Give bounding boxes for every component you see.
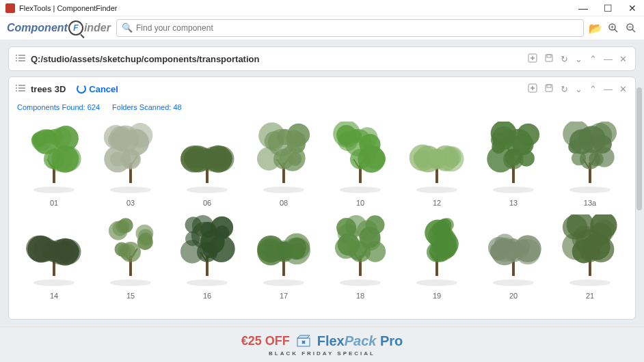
thumbnail-label: 16 bbox=[203, 292, 211, 300]
svg-point-154 bbox=[594, 147, 614, 167]
svg-rect-8 bbox=[18, 55, 25, 56]
components-found: Components Found: 624 bbox=[17, 103, 100, 111]
cancel-button[interactable]: Cancel bbox=[77, 84, 118, 94]
svg-point-93 bbox=[340, 186, 381, 193]
tree-thumbnail-image bbox=[250, 211, 318, 286]
svg-rect-28 bbox=[547, 85, 551, 87]
open-folder-button[interactable]: 📂 bbox=[589, 22, 602, 34]
component-thumbnail[interactable]: 15 bbox=[94, 211, 167, 300]
component-thumbnail[interactable]: 01 bbox=[17, 118, 91, 207]
component-thumbnail[interactable]: 13a bbox=[553, 118, 627, 207]
close-panel-button[interactable]: ✕ bbox=[618, 53, 628, 66]
svg-rect-18 bbox=[16, 85, 17, 86]
component-thumbnail[interactable]: 14 bbox=[17, 211, 91, 300]
thumbnail-label: 15 bbox=[126, 292, 135, 300]
collapse-button[interactable]: — bbox=[602, 53, 614, 66]
spinner-icon bbox=[77, 84, 86, 94]
add-folder-button[interactable] bbox=[526, 52, 539, 66]
close-panel-button[interactable]: ✕ bbox=[618, 83, 628, 96]
save-button[interactable] bbox=[543, 82, 555, 96]
component-thumbnail[interactable]: 19 bbox=[400, 211, 474, 300]
svg-line-1 bbox=[615, 29, 617, 32]
thumbnail-label: 10 bbox=[356, 199, 364, 207]
app-icon bbox=[5, 3, 15, 13]
svg-point-205 bbox=[263, 279, 304, 286]
svg-point-251 bbox=[434, 232, 459, 256]
zoom-in-button[interactable] bbox=[607, 22, 619, 34]
svg-point-77 bbox=[263, 186, 304, 193]
svg-point-269 bbox=[569, 279, 611, 286]
search-input[interactable] bbox=[116, 19, 584, 37]
svg-point-109 bbox=[416, 186, 457, 193]
scan-stats: Components Found: 624 Folders Scanned: 4… bbox=[9, 100, 635, 115]
component-thumbnail[interactable]: 03 bbox=[94, 118, 167, 207]
scrollbar-thumb[interactable] bbox=[636, 87, 642, 210]
vertical-scrollbar[interactable] bbox=[636, 46, 643, 320]
svg-rect-22 bbox=[16, 90, 17, 92]
svg-point-29 bbox=[33, 186, 75, 193]
tree-thumbnail-image bbox=[326, 211, 394, 286]
svg-point-138 bbox=[505, 149, 522, 166]
svg-point-42 bbox=[55, 146, 81, 171]
svg-point-92 bbox=[287, 135, 306, 154]
promo-brand: FlexPack Pro bbox=[317, 333, 403, 349]
main-toolbar: Component F inder 🔍 📂 bbox=[0, 16, 644, 40]
svg-point-107 bbox=[359, 134, 380, 155]
svg-point-204 bbox=[185, 217, 202, 233]
maximize-button[interactable]: ☐ bbox=[602, 3, 614, 14]
tree-thumbnail-image bbox=[20, 211, 88, 286]
svg-rect-12 bbox=[18, 60, 25, 61]
svg-rect-9 bbox=[16, 57, 17, 59]
svg-point-45 bbox=[110, 186, 151, 193]
tree-thumbnail-image bbox=[479, 211, 548, 286]
folder-path: Q:/studio/assets/sketchup/components/tra… bbox=[31, 54, 259, 64]
component-thumbnail[interactable]: 08 bbox=[247, 118, 321, 207]
component-thumbnail[interactable]: 17 bbox=[247, 211, 321, 300]
component-thumbnail[interactable]: 06 bbox=[170, 118, 244, 207]
collapse-button[interactable]: — bbox=[602, 83, 614, 96]
svg-rect-10 bbox=[18, 57, 25, 59]
refresh-button[interactable]: ↻ bbox=[559, 53, 569, 66]
thumbnail-label: 19 bbox=[433, 292, 441, 300]
component-thumbnail[interactable]: 13 bbox=[477, 118, 550, 207]
refresh-button[interactable]: ↻ bbox=[559, 83, 569, 96]
svg-point-141 bbox=[569, 186, 611, 193]
thumbnail-label: 14 bbox=[50, 292, 58, 300]
component-thumbnail[interactable]: 16 bbox=[170, 211, 244, 300]
component-thumbnail[interactable]: 18 bbox=[323, 211, 397, 300]
chevron-down-icon[interactable]: ⌄ bbox=[574, 53, 584, 66]
svg-point-233 bbox=[361, 232, 380, 251]
zoom-out-button[interactable] bbox=[625, 22, 637, 34]
tree-thumbnail-image bbox=[96, 211, 165, 286]
chevron-up-icon[interactable]: ⌃ bbox=[588, 83, 598, 96]
component-thumbnail[interactable]: 10 bbox=[323, 118, 397, 207]
component-thumbnail[interactable]: 12 bbox=[400, 118, 474, 207]
component-thumbnail[interactable]: 21 bbox=[553, 211, 627, 300]
tree-thumbnail-image bbox=[479, 118, 548, 193]
component-thumbnail[interactable]: 20 bbox=[477, 211, 550, 300]
svg-point-284 bbox=[583, 233, 611, 260]
promo-banner[interactable]: €25 OFF FlexPack Pro BLACK FRIDAY SPECIA… bbox=[0, 326, 644, 362]
folders-scanned: Folders Scanned: 48 bbox=[112, 103, 182, 111]
content-area: Q:/studio/assets/sketchup/components/tra… bbox=[0, 40, 644, 326]
svg-rect-17 bbox=[547, 55, 551, 57]
save-button[interactable] bbox=[543, 52, 555, 66]
path-panel: Q:/studio/assets/sketchup/components/tra… bbox=[8, 46, 636, 71]
svg-point-76 bbox=[189, 151, 203, 165]
thumbnail-label: 13 bbox=[509, 199, 518, 207]
logo-magnifier-icon: F bbox=[68, 20, 83, 36]
svg-point-189 bbox=[187, 279, 228, 286]
tree-thumbnail-image bbox=[556, 211, 624, 286]
svg-point-268 bbox=[494, 234, 515, 255]
search-wrapper: 🔍 bbox=[116, 19, 584, 37]
add-folder-button[interactable] bbox=[526, 82, 539, 96]
close-button[interactable]: ✕ bbox=[626, 3, 639, 14]
logo-text-part1: Component bbox=[7, 22, 68, 34]
svg-marker-286 bbox=[297, 335, 310, 338]
thumbnail-label: 06 bbox=[203, 199, 211, 207]
chevron-down-icon[interactable]: ⌄ bbox=[574, 83, 584, 96]
chevron-up-icon[interactable]: ⌃ bbox=[588, 53, 598, 66]
thumbnail-label: 08 bbox=[280, 199, 288, 207]
thumbnail-grid: 01 03 06 08 10 bbox=[9, 115, 635, 308]
minimize-button[interactable]: — bbox=[577, 3, 589, 14]
